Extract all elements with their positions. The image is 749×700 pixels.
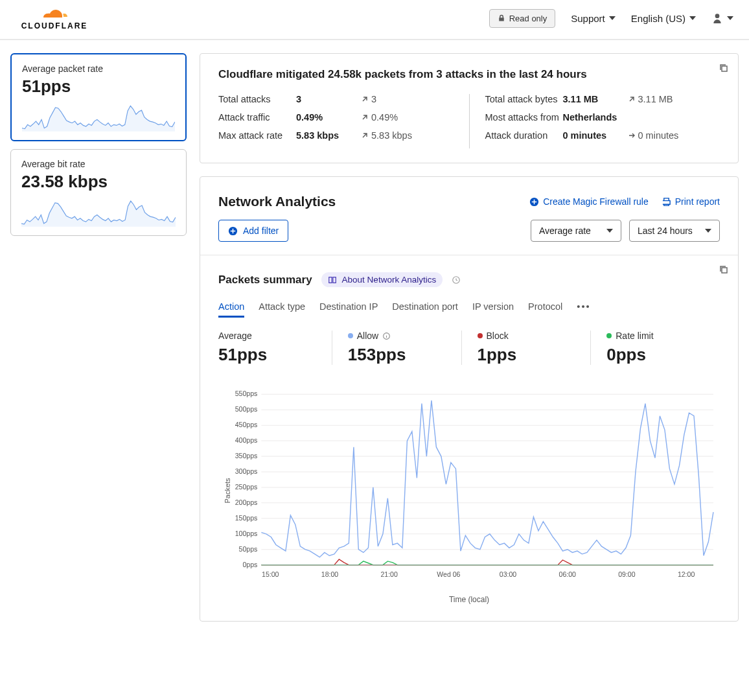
add-filter-button[interactable]: Add filter [218,220,288,242]
chart-y-label: Packets [224,478,231,503]
svg-text:15:00: 15:00 [262,570,279,578]
stat-attack-traffic: Attack traffic 0.49% 0.49% [218,112,454,122]
lock-icon [498,14,505,22]
read-only-badge[interactable]: Read only [489,9,556,28]
bit-rate-label: Average bit rate [21,159,176,169]
dimension-tabs: ActionAttack typeDestination IPDestinati… [218,301,720,318]
packets-chart: 0pps50pps100pps150pps200pps250pps300pps3… [218,382,720,589]
packet-rate-card[interactable]: Average packet rate 51pps [10,53,187,141]
svg-text:06:00: 06:00 [559,570,577,578]
language-label: English (US) [631,13,686,24]
read-only-label: Read only [509,14,547,23]
attack-summary-panel: Cloudflare mitigated 24.58k packets from… [200,53,739,163]
rate-cards: Average packet rate 51pps Average bit ra… [10,53,187,622]
svg-rect-4 [722,268,727,273]
arrow-right-icon [628,132,636,139]
svg-text:CLOUDFLARE: CLOUDFLARE [21,21,88,30]
support-dropdown[interactable]: Support [571,13,616,24]
language-dropdown[interactable]: English (US) [631,13,696,24]
tab-destination-ip[interactable]: Destination IP [319,301,378,318]
svg-text:100pps: 100pps [235,530,258,537]
svg-text:0pps: 0pps [242,561,257,568]
stat-max-rate: Max attack rate 5.83 kbps 5.83 kbps [218,130,454,141]
metric-select[interactable]: Average rate [531,220,621,242]
packets-summary-title: Packets summary [218,274,312,286]
network-analytics-panel: Network Analytics Create Magic Firewall … [200,176,739,622]
arrow-up-right-icon [361,132,369,139]
tab-action[interactable]: Action [218,301,244,318]
support-label: Support [571,13,605,24]
stat-total-attacks: Total attacks 3 3 [218,94,454,104]
svg-text:50pps: 50pps [239,545,258,553]
metric-rate-limit: Rate limit 0pps [590,331,720,365]
chart-x-label: Time (local) [218,595,720,604]
network-analytics-title: Network Analytics [218,194,336,209]
header-actions: Read only Support English (US) [489,9,733,28]
print-report-link[interactable]: Print report [662,196,720,207]
arrow-up-right-icon [361,113,369,121]
metric-block: Block 1pps [461,331,591,365]
chevron-down-icon [727,16,733,20]
plus-circle-icon [529,197,539,207]
tab-protocol[interactable]: Protocol [528,301,562,318]
copy-icon[interactable] [719,63,729,73]
about-network-analytics-link[interactable]: About Network Analytics [321,272,443,287]
svg-rect-1 [722,66,727,71]
svg-text:03:00: 03:00 [500,570,517,578]
chevron-down-icon [609,16,616,20]
packets-summary-section: Packets summary About Network Analytics … [200,255,738,621]
user-icon [711,12,723,24]
arrow-up-right-icon [628,95,636,103]
svg-text:09:00: 09:00 [618,570,636,578]
allow-dot-icon [348,333,353,338]
svg-text:550pps: 550pps [235,390,258,397]
info-icon[interactable] [382,332,391,340]
bit-rate-value: 23.58 kbps [21,172,176,192]
stat-total-bytes: Total attack bytes 3.11 MB 3.11 MB [485,94,720,104]
svg-text:18:00: 18:00 [321,570,339,578]
tab-attack-type[interactable]: Attack type [259,301,305,318]
rate-limit-dot-icon [606,333,612,338]
packet-rate-value: 51pps [22,76,175,97]
tab-ip-version[interactable]: IP version [472,301,514,318]
metric-average: Average 51pps [218,331,332,365]
svg-text:300pps: 300pps [235,467,258,475]
book-icon [328,275,337,285]
bit-rate-card[interactable]: Average bit rate 23.58 kbps [10,149,187,236]
svg-text:21:00: 21:00 [380,570,398,578]
cloudflare-logo-icon: CLOUDFLARE [16,5,93,31]
app-header: CLOUDFLARE Read only Support English (US… [0,0,749,40]
svg-text:Wed 06: Wed 06 [437,570,460,578]
svg-text:12:00: 12:00 [678,570,695,578]
print-icon [662,197,671,207]
time-range-select[interactable]: Last 24 hours [629,220,720,242]
create-firewall-rule-link[interactable]: Create Magic Firewall rule [529,196,649,207]
chevron-down-icon [606,229,613,233]
bit-sparkline [21,198,176,227]
chevron-down-icon [689,16,696,20]
block-dot-icon [478,333,483,338]
packet-sparkline [22,103,175,132]
cloudflare-logo[interactable]: CLOUDFLARE [16,5,93,31]
svg-text:250pps: 250pps [235,483,258,491]
clock-icon[interactable] [452,275,461,285]
svg-text:450pps: 450pps [235,421,258,428]
tabs-more[interactable]: ••• [577,301,590,318]
stat-most-from: Most attacks from Netherlands [485,112,720,122]
copy-icon[interactable] [719,264,729,275]
user-menu[interactable] [711,12,733,24]
summary-title: Cloudflare mitigated 24.58k packets from… [218,68,720,81]
metric-allow: Allow 153pps [332,331,461,365]
arrow-up-right-icon [361,95,369,103]
stat-duration: Attack duration 0 minutes 0 minutes [485,130,720,141]
svg-text:150pps: 150pps [235,514,258,522]
svg-text:400pps: 400pps [235,436,258,444]
svg-text:350pps: 350pps [235,452,258,460]
svg-text:500pps: 500pps [235,405,258,413]
tab-destination-port[interactable]: Destination port [392,301,458,318]
packet-rate-label: Average packet rate [22,64,175,74]
svg-text:200pps: 200pps [235,498,258,506]
chevron-down-icon [705,229,711,233]
plus-circle-icon [228,226,238,236]
